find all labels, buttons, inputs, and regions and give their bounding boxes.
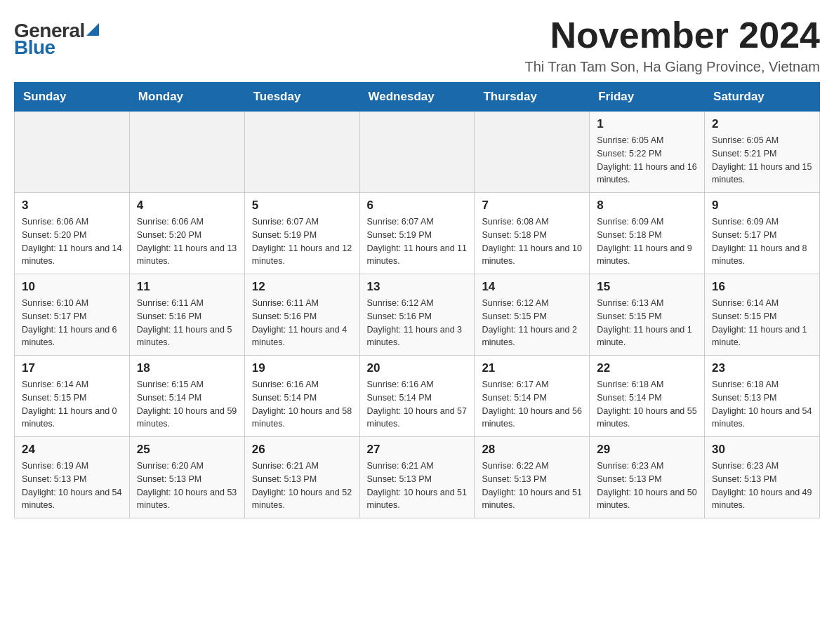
day-info: Sunrise: 6:18 AM Sunset: 5:13 PM Dayligh…: [712, 378, 812, 431]
day-number: 14: [482, 280, 582, 294]
day-info: Sunrise: 6:05 AM Sunset: 5:21 PM Dayligh…: [712, 134, 812, 187]
day-number: 26: [252, 443, 352, 457]
calendar-cell: 11Sunrise: 6:11 AM Sunset: 5:16 PM Dayli…: [129, 274, 244, 356]
calendar-cell: [359, 112, 475, 193]
day-info: Sunrise: 6:05 AM Sunset: 5:22 PM Dayligh…: [597, 134, 697, 187]
day-number: 28: [482, 443, 582, 457]
calendar-cell: 9Sunrise: 6:09 AM Sunset: 5:17 PM Daylig…: [705, 193, 820, 274]
calendar-cell: 19Sunrise: 6:16 AM Sunset: 5:14 PM Dayli…: [244, 356, 359, 437]
day-info: Sunrise: 6:09 AM Sunset: 5:18 PM Dayligh…: [597, 215, 697, 268]
weekday-header-sunday: Sunday: [15, 83, 130, 112]
calendar-cell: 18Sunrise: 6:15 AM Sunset: 5:14 PM Dayli…: [129, 356, 244, 437]
calendar-cell: 30Sunrise: 6:23 AM Sunset: 5:13 PM Dayli…: [705, 437, 820, 518]
calendar-cell: [15, 112, 130, 193]
day-info: Sunrise: 6:16 AM Sunset: 5:14 PM Dayligh…: [367, 378, 468, 431]
day-info: Sunrise: 6:21 AM Sunset: 5:13 PM Dayligh…: [367, 459, 468, 512]
day-info: Sunrise: 6:14 AM Sunset: 5:15 PM Dayligh…: [22, 378, 122, 431]
day-number: 25: [137, 443, 237, 457]
day-info: Sunrise: 6:13 AM Sunset: 5:15 PM Dayligh…: [597, 297, 697, 349]
day-number: 5: [252, 199, 352, 213]
calendar-cell: [129, 112, 244, 193]
day-number: 21: [482, 361, 582, 375]
day-info: Sunrise: 6:10 AM Sunset: 5:17 PM Dayligh…: [22, 297, 122, 349]
calendar-cell: 28Sunrise: 6:22 AM Sunset: 5:13 PM Dayli…: [475, 437, 590, 518]
header: General Blue November 2024 Thi Tran Tam …: [14, 14, 820, 75]
calendar-cell: 15Sunrise: 6:13 AM Sunset: 5:15 PM Dayli…: [590, 274, 705, 356]
calendar-cell: 26Sunrise: 6:21 AM Sunset: 5:13 PM Dayli…: [244, 437, 359, 518]
calendar-cell: 12Sunrise: 6:11 AM Sunset: 5:16 PM Dayli…: [244, 274, 359, 356]
weekday-header-thursday: Thursday: [475, 83, 590, 112]
calendar-cell: 25Sunrise: 6:20 AM Sunset: 5:13 PM Dayli…: [129, 437, 244, 518]
title-area: November 2024 Thi Tran Tam Son, Ha Giang…: [524, 14, 820, 75]
day-info: Sunrise: 6:22 AM Sunset: 5:13 PM Dayligh…: [482, 459, 582, 512]
day-info: Sunrise: 6:12 AM Sunset: 5:15 PM Dayligh…: [482, 297, 582, 349]
day-number: 24: [22, 443, 122, 457]
day-number: 30: [712, 443, 812, 457]
day-info: Sunrise: 6:07 AM Sunset: 5:19 PM Dayligh…: [367, 215, 468, 268]
day-info: Sunrise: 6:06 AM Sunset: 5:20 PM Dayligh…: [22, 215, 122, 268]
calendar-cell: 4Sunrise: 6:06 AM Sunset: 5:20 PM Daylig…: [129, 193, 244, 274]
day-number: 22: [597, 361, 697, 375]
day-number: 3: [22, 199, 122, 213]
calendar-cell: 14Sunrise: 6:12 AM Sunset: 5:15 PM Dayli…: [475, 274, 590, 356]
day-number: 20: [367, 361, 468, 375]
calendar-cell: 1Sunrise: 6:05 AM Sunset: 5:22 PM Daylig…: [590, 112, 705, 193]
calendar-cell: 6Sunrise: 6:07 AM Sunset: 5:19 PM Daylig…: [359, 193, 475, 274]
day-info: Sunrise: 6:16 AM Sunset: 5:14 PM Dayligh…: [252, 378, 352, 431]
day-number: 18: [137, 361, 237, 375]
day-info: Sunrise: 6:09 AM Sunset: 5:17 PM Dayligh…: [712, 215, 812, 268]
day-info: Sunrise: 6:14 AM Sunset: 5:15 PM Dayligh…: [712, 297, 812, 349]
day-number: 13: [367, 280, 468, 294]
calendar-week-row: 24Sunrise: 6:19 AM Sunset: 5:13 PM Dayli…: [15, 437, 820, 518]
day-number: 16: [712, 280, 812, 294]
month-title: November 2024: [524, 14, 820, 56]
calendar-cell: 13Sunrise: 6:12 AM Sunset: 5:16 PM Dayli…: [359, 274, 475, 356]
calendar-cell: 17Sunrise: 6:14 AM Sunset: 5:15 PM Dayli…: [15, 356, 130, 437]
calendar-cell: 24Sunrise: 6:19 AM Sunset: 5:13 PM Dayli…: [15, 437, 130, 518]
day-info: Sunrise: 6:20 AM Sunset: 5:13 PM Dayligh…: [137, 459, 237, 512]
calendar-cell: 21Sunrise: 6:17 AM Sunset: 5:14 PM Dayli…: [475, 356, 590, 437]
day-number: 2: [712, 117, 812, 131]
weekday-header-wednesday: Wednesday: [359, 83, 475, 112]
day-number: 23: [712, 361, 812, 375]
day-info: Sunrise: 6:15 AM Sunset: 5:14 PM Dayligh…: [137, 378, 237, 431]
location-subtitle: Thi Tran Tam Son, Ha Giang Province, Vie…: [524, 59, 820, 75]
day-number: 29: [597, 443, 697, 457]
calendar-cell: 3Sunrise: 6:06 AM Sunset: 5:20 PM Daylig…: [15, 193, 130, 274]
day-number: 7: [482, 199, 582, 213]
calendar-cell: [244, 112, 359, 193]
day-number: 27: [367, 443, 468, 457]
weekday-header-tuesday: Tuesday: [244, 83, 359, 112]
calendar-cell: 16Sunrise: 6:14 AM Sunset: 5:15 PM Dayli…: [705, 274, 820, 356]
calendar-cell: 23Sunrise: 6:18 AM Sunset: 5:13 PM Dayli…: [705, 356, 820, 437]
logo-blue-text: Blue: [14, 38, 99, 58]
calendar-cell: 22Sunrise: 6:18 AM Sunset: 5:14 PM Dayli…: [590, 356, 705, 437]
weekday-header-saturday: Saturday: [705, 83, 820, 112]
svg-marker-0: [86, 23, 99, 36]
calendar-week-row: 3Sunrise: 6:06 AM Sunset: 5:20 PM Daylig…: [15, 193, 820, 274]
day-info: Sunrise: 6:12 AM Sunset: 5:16 PM Dayligh…: [367, 297, 468, 349]
calendar-cell: 2Sunrise: 6:05 AM Sunset: 5:21 PM Daylig…: [705, 112, 820, 193]
day-info: Sunrise: 6:18 AM Sunset: 5:14 PM Dayligh…: [597, 378, 697, 431]
calendar-cell: 20Sunrise: 6:16 AM Sunset: 5:14 PM Dayli…: [359, 356, 475, 437]
day-number: 1: [597, 117, 697, 131]
day-number: 15: [597, 280, 697, 294]
calendar-week-row: 1Sunrise: 6:05 AM Sunset: 5:22 PM Daylig…: [15, 112, 820, 193]
day-info: Sunrise: 6:07 AM Sunset: 5:19 PM Dayligh…: [252, 215, 352, 268]
calendar-cell: 8Sunrise: 6:09 AM Sunset: 5:18 PM Daylig…: [590, 193, 705, 274]
day-info: Sunrise: 6:11 AM Sunset: 5:16 PM Dayligh…: [252, 297, 352, 349]
calendar-week-row: 17Sunrise: 6:14 AM Sunset: 5:15 PM Dayli…: [15, 356, 820, 437]
day-number: 19: [252, 361, 352, 375]
calendar-week-row: 10Sunrise: 6:10 AM Sunset: 5:17 PM Dayli…: [15, 274, 820, 356]
day-info: Sunrise: 6:17 AM Sunset: 5:14 PM Dayligh…: [482, 378, 582, 431]
day-number: 17: [22, 361, 122, 375]
weekday-header-row: SundayMondayTuesdayWednesdayThursdayFrid…: [15, 83, 820, 112]
calendar-table: SundayMondayTuesdayWednesdayThursdayFrid…: [14, 82, 820, 518]
day-info: Sunrise: 6:19 AM Sunset: 5:13 PM Dayligh…: [22, 459, 122, 512]
weekday-header-friday: Friday: [590, 83, 705, 112]
calendar-cell: 27Sunrise: 6:21 AM Sunset: 5:13 PM Dayli…: [359, 437, 475, 518]
day-number: 11: [137, 280, 237, 294]
day-number: 8: [597, 199, 697, 213]
calendar-cell: 10Sunrise: 6:10 AM Sunset: 5:17 PM Dayli…: [15, 274, 130, 356]
weekday-header-monday: Monday: [129, 83, 244, 112]
